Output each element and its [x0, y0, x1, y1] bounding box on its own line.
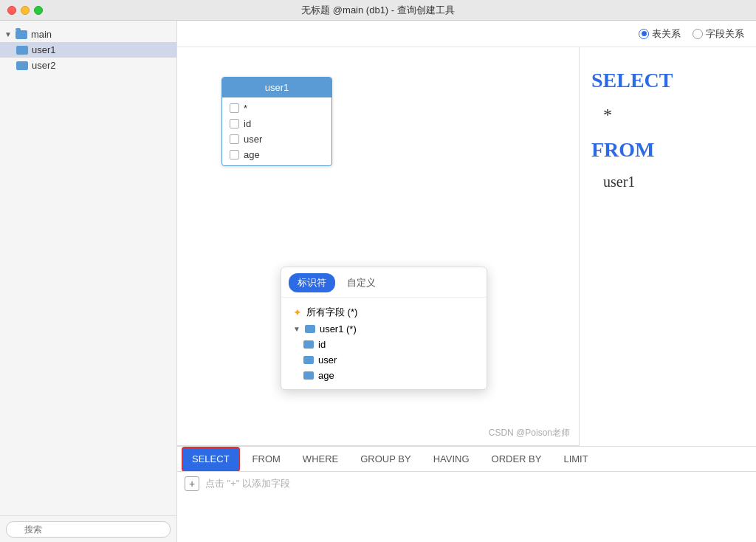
tab-select-label: SELECT: [192, 453, 230, 464]
close-button[interactable]: [7, 6, 16, 15]
table-card-body: * id user age: [222, 97, 331, 165]
chevron-down-icon-2: ▼: [293, 325, 300, 333]
sidebar-tree: ▼ main user1 user2: [0, 21, 176, 515]
field-relation-radio[interactable]: 字段关系: [693, 27, 744, 41]
table-icon-2: [16, 61, 28, 70]
tab-from[interactable]: FROM: [243, 447, 290, 472]
dropdown-popup: 标识符 自定义 ✦ 所有字段 (*) ▼ user1 (*): [281, 267, 487, 390]
dropdown-age-label: age: [318, 370, 334, 381]
chevron-down-icon: ▼: [4, 30, 12, 38]
sidebar-item-user2[interactable]: user2: [0, 58, 176, 73]
sidebar: ▼ main user1 user2 🔍: [0, 21, 177, 542]
table-card-header: user1: [222, 78, 331, 97]
query-builder: SELECT FROM WHERE GROUP BY HAVING ORDER …: [177, 446, 756, 542]
dropdown-tabs: 标识符 自定义: [281, 267, 487, 298]
tab-groupby[interactable]: GROUP BY: [351, 447, 420, 472]
sidebar-user1-label: user1: [32, 44, 56, 55]
tab-where[interactable]: WHERE: [293, 447, 348, 472]
field-label-star: *: [244, 103, 247, 114]
field-checkbox-age[interactable]: [230, 150, 239, 159]
main-layout: ▼ main user1 user2 🔍: [0, 21, 756, 542]
table-card-user1[interactable]: user1 * id user: [221, 77, 332, 166]
dropdown-id-label: id: [318, 339, 326, 350]
dropdown-body: ✦ 所有字段 (*) ▼ user1 (*) id: [281, 298, 487, 389]
table-relation-radio[interactable]: 表关系: [639, 27, 681, 41]
query-content: + 点击 "+" 以添加字段: [177, 472, 756, 495]
dropdown-item-id[interactable]: id: [289, 337, 479, 352]
watermark: CSDN @Poison老师: [489, 427, 570, 439]
sql-from-keyword: FROM: [591, 131, 744, 168]
add-field-button[interactable]: +: [185, 476, 199, 491]
tab-having[interactable]: HAVING: [424, 447, 479, 472]
maximize-button[interactable]: [34, 6, 43, 15]
add-field-hint: 点击 "+" 以添加字段: [205, 477, 290, 490]
sidebar-search-bar: 🔍: [0, 515, 176, 542]
dropdown-user1-label: user1 (*): [320, 323, 357, 335]
dropdown-user-label: user: [318, 354, 337, 366]
sql-select-keyword: SELECT: [591, 62, 744, 99]
field-icon-id: [303, 340, 314, 349]
dropdown-item-user1[interactable]: ▼ user1 (*): [289, 321, 479, 337]
tab-orderby[interactable]: ORDER BY: [482, 447, 551, 472]
tab-having-label: HAVING: [433, 453, 470, 464]
radio-group: 表关系 字段关系: [639, 27, 744, 41]
dropdown-item-user[interactable]: user: [289, 352, 479, 368]
radio-circle-field: [693, 29, 703, 39]
sidebar-item-main[interactable]: ▼ main: [0, 27, 176, 42]
sql-preview: SELECT * FROM user1: [591, 62, 744, 195]
tab-groupby-label: GROUP BY: [360, 453, 410, 464]
field-icon-age: [303, 371, 314, 380]
tab-limit-label: LIMIT: [563, 453, 588, 464]
window-title: 无标题 @main (db1) - 查询创建工具: [301, 4, 455, 17]
dropdown-tab-biaoshipu[interactable]: 标识符: [289, 273, 335, 292]
sidebar-item-user1[interactable]: user1: [0, 42, 176, 58]
field-row-id[interactable]: id: [222, 116, 331, 131]
canvas-area: user1 * id user: [177, 47, 579, 446]
field-checkbox-id[interactable]: [230, 119, 239, 128]
tab-select[interactable]: SELECT: [182, 447, 240, 472]
sql-table-name: user1: [591, 168, 744, 195]
field-row-age[interactable]: age: [222, 147, 331, 162]
content-area: 表关系 字段关系 user1 *: [177, 21, 756, 542]
small-table-icon: [305, 325, 315, 333]
titlebar: 无标题 @main (db1) - 查询创建工具: [0, 0, 756, 21]
star-icon: ✦: [293, 306, 302, 318]
tab-limit[interactable]: LIMIT: [554, 447, 597, 472]
sidebar-user2-label: user2: [32, 60, 56, 71]
radio-circle-table: [639, 29, 649, 39]
field-checkbox-user[interactable]: [230, 134, 239, 144]
sql-star: *: [591, 99, 744, 131]
top-bar: 表关系 字段关系: [177, 21, 756, 47]
traffic-lights: [7, 6, 43, 15]
middle-row: user1 * id user: [177, 47, 756, 446]
field-label-id: id: [244, 118, 251, 129]
field-label-user: user: [244, 134, 262, 145]
sidebar-main-label: main: [31, 29, 52, 40]
folder-icon: [16, 30, 27, 39]
dropdown-item-age[interactable]: age: [289, 368, 479, 383]
field-icon-user: [303, 356, 314, 364]
tab-where-label: WHERE: [303, 453, 338, 464]
query-tabs: SELECT FROM WHERE GROUP BY HAVING ORDER …: [177, 447, 756, 472]
minimize-button[interactable]: [21, 6, 30, 15]
field-rel-label: 字段关系: [706, 27, 744, 41]
dropdown-item-allfields[interactable]: ✦ 所有字段 (*): [289, 303, 479, 321]
tab-from-label: FROM: [252, 453, 281, 464]
field-checkbox-star[interactable]: [230, 103, 239, 113]
field-row-user[interactable]: user: [222, 131, 331, 147]
field-label-age: age: [244, 149, 260, 160]
dropdown-allfields-label: 所有字段 (*): [306, 306, 357, 319]
right-panel: SELECT * FROM user1: [579, 47, 756, 446]
table-rel-label: 表关系: [652, 27, 681, 41]
field-row-star[interactable]: *: [222, 100, 331, 116]
table-icon: [16, 46, 28, 55]
dropdown-tab-zidingyi[interactable]: 自定义: [338, 273, 385, 292]
tab-orderby-label: ORDER BY: [492, 453, 542, 464]
search-wrapper: 🔍: [6, 521, 171, 538]
search-input[interactable]: [6, 521, 171, 538]
